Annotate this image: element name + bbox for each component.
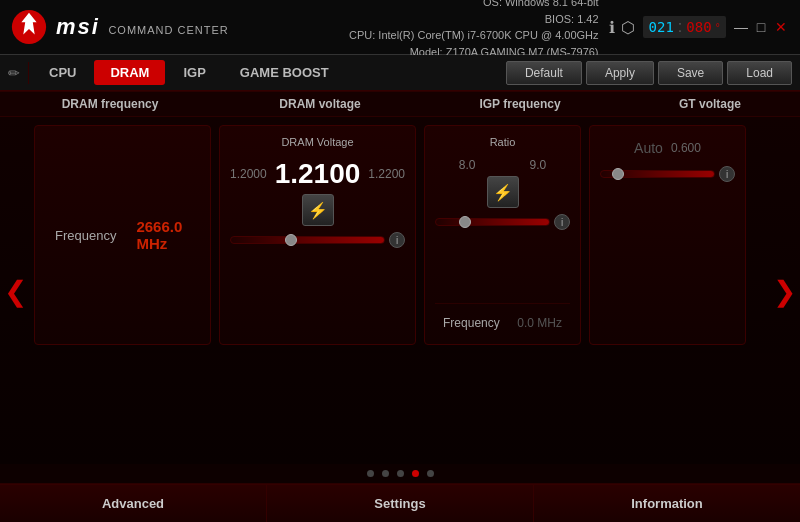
volt-right: 1.2200 (368, 167, 405, 181)
system-info: OS: Windows 8.1 64-bit BIOS: 1.42 CPU: I… (349, 0, 599, 60)
dot-2[interactable] (382, 470, 389, 477)
igp-info-button[interactable]: i (554, 214, 570, 230)
msi-dragon-logo (10, 8, 48, 46)
ratio-left: 8.0 (459, 158, 476, 172)
section-labels: DRAM frequency DRAM voltage IGP frequenc… (0, 91, 800, 117)
ratio-right: 9.0 (530, 158, 547, 172)
load-button[interactable]: Load (727, 61, 792, 85)
igp-sublabel: Ratio (490, 136, 516, 148)
freq-label: Frequency (55, 228, 116, 243)
dot-1[interactable] (367, 470, 374, 477)
igp-frequency-panel: Ratio 8.0 9.0 ⚡ i Frequency (424, 125, 581, 345)
igp-slider-thumb (459, 216, 471, 228)
advanced-button[interactable]: Advanced (0, 485, 267, 522)
igp-slider-row: i (435, 214, 570, 230)
gt-voltage-display: Auto 0.600 (634, 140, 701, 156)
dram-frequency-panel: Frequency 2666.0 MHz (34, 125, 211, 345)
gt-slider-row: i (600, 166, 735, 182)
gt-volt-main: Auto (634, 140, 663, 156)
igp-freq-sublabel: Frequency (443, 316, 500, 330)
main-area: ❮ Frequency 2666.0 MHz DRAM Voltage 1.20… (0, 117, 800, 464)
external-icon[interactable]: ⬡ (621, 18, 635, 37)
tab-cpu[interactable]: CPU (33, 60, 92, 85)
cc-label: COMMAND CENTER (108, 24, 228, 36)
gt-info-button[interactable]: i (719, 166, 735, 182)
minimize-button[interactable]: — (732, 19, 750, 35)
volt-left: 1.2000 (230, 167, 267, 181)
igp-freq-label: IGP frequency (420, 97, 620, 111)
igp-lightning-button[interactable]: ⚡ (487, 176, 519, 208)
gt-voltage-panel: Auto 0.600 i (589, 125, 746, 345)
edit-icon-area: ✏ (0, 62, 29, 84)
nav-left-arrow[interactable]: ❮ (4, 274, 27, 307)
freq-value: 2666.0 MHz (136, 218, 190, 252)
edit-icon[interactable]: ✏ (8, 65, 20, 81)
nav-right-arrow[interactable]: ❯ (773, 274, 796, 307)
bios-info: BIOS: 1.42 (349, 11, 599, 28)
info-icon[interactable]: ℹ (609, 18, 615, 37)
settings-button[interactable]: Settings (267, 485, 534, 522)
default-button[interactable]: Default (506, 61, 582, 85)
dram-freq-row: Frequency 2666.0 MHz (55, 218, 190, 252)
nav-tabs: CPU DRAM IGP GAME BOOST (29, 60, 349, 85)
volt-main: 1.2100 (275, 158, 361, 190)
gt-volt-right: 0.600 (671, 141, 701, 155)
tab-bar: ✏ CPU DRAM IGP GAME BOOST Default Apply … (0, 55, 800, 91)
gt-voltage-slider[interactable] (600, 170, 715, 178)
action-buttons: Default Apply Save Load (506, 61, 800, 85)
digital-clock: 021 : 080 ° (643, 16, 726, 38)
dram-voltage-panel: DRAM Voltage 1.2000 1.2100 1.2200 ⚡ i (219, 125, 416, 345)
logo-area: msi COMMAND CENTER (10, 8, 229, 46)
igp-bottom-freq: Frequency 0.0 MHz (435, 303, 570, 334)
dram-info-button[interactable]: i (389, 232, 405, 248)
dot-4[interactable] (412, 470, 419, 477)
title-bar: msi COMMAND CENTER OS: Windows 8.1 64-bi… (0, 0, 800, 55)
tab-igp[interactable]: IGP (167, 60, 221, 85)
dram-slider-thumb (285, 234, 297, 246)
gt-slider-thumb (612, 168, 624, 180)
information-button[interactable]: Information (534, 485, 800, 522)
ratio-display: 8.0 9.0 (459, 158, 546, 172)
os-info: OS: Windows 8.1 64-bit (349, 0, 599, 11)
window-controls[interactable]: — □ ✕ (732, 19, 790, 35)
dram-volt-label: DRAM voltage (220, 97, 420, 111)
tab-gameboost[interactable]: GAME BOOST (224, 60, 345, 85)
dram-freq-label: DRAM frequency (0, 97, 220, 111)
temp-unit: ° (716, 21, 720, 33)
tab-dram[interactable]: DRAM (94, 60, 165, 85)
maximize-button[interactable]: □ (752, 19, 770, 35)
dram-lightning-button[interactable]: ⚡ (302, 194, 334, 226)
save-button[interactable]: Save (658, 61, 723, 85)
brand-name: msi COMMAND CENTER (56, 14, 229, 40)
igp-freq-sub-row: Frequency 0.0 MHz (435, 312, 570, 334)
igp-freq-subvalue: 0.0 MHz (517, 316, 562, 330)
igp-frequency-slider[interactable] (435, 218, 550, 226)
dram-slider-row: i (230, 232, 405, 248)
dram-voltage-slider[interactable] (230, 236, 385, 244)
dot-3[interactable] (397, 470, 404, 477)
digital-display-1: 021 (649, 19, 674, 35)
panels-row: Frequency 2666.0 MHz DRAM Voltage 1.2000… (0, 117, 800, 353)
cpu-info: CPU: Intel(R) Core(TM) i7-6700K CPU @ 4.… (349, 27, 599, 44)
dram-voltage-sublabel: DRAM Voltage (281, 136, 353, 148)
voltage-display: 1.2000 1.2100 1.2200 (230, 158, 405, 190)
gt-volt-label: GT voltage (620, 97, 800, 111)
dot-5[interactable] (427, 470, 434, 477)
digital-display-2: 080 (686, 19, 711, 35)
close-button[interactable]: ✕ (772, 19, 790, 35)
page-dots (0, 464, 800, 483)
title-icons: ℹ ⬡ (609, 18, 635, 37)
bottom-bar: Advanced Settings Information (0, 484, 800, 522)
apply-button[interactable]: Apply (586, 61, 654, 85)
